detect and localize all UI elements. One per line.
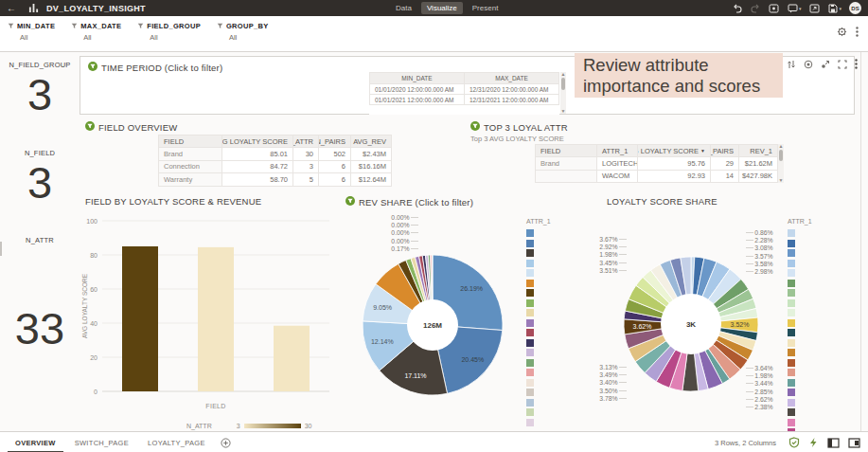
legend-swatch[interactable] [788,369,795,376]
column-header[interactable]: FIELD [536,145,597,157]
legend-swatch[interactable] [526,269,534,277]
quality-badge-icon[interactable] [788,437,800,448]
legend-swatch[interactable] [526,309,534,316]
legend-swatch[interactable] [788,329,795,336]
undo-icon[interactable] [733,4,742,13]
avatar[interactable]: DS [849,2,861,14]
legend-swatch[interactable] [526,299,534,307]
maximize-icon[interactable] [838,60,847,69]
legend-swatch[interactable] [526,339,534,347]
filter-settings-gear-icon[interactable] [837,24,847,41]
table-row[interactable]: WACOM92.9314$427.98K [536,171,778,184]
legend-swatch[interactable] [526,359,534,367]
column-header[interactable]: N_PAIRS [711,145,739,157]
legend-swatch[interactable] [788,249,795,257]
page-tab-overview[interactable]: OVERVIEW [6,432,65,452]
legend-swatch[interactable] [526,408,534,416]
column-header[interactable]: REV_1 [739,145,778,157]
legend-swatch[interactable] [526,260,534,267]
legend-swatch[interactable] [526,229,534,237]
add-page-icon[interactable] [221,438,231,448]
filter-group_by[interactable]: GROUP_BYAll [217,22,269,42]
mode-tab-visualize[interactable]: Visualize [421,2,463,14]
kpi-value-tile[interactable]: 3 [0,160,80,205]
table-row[interactable]: Brand85.0130502$2.43M [159,148,392,161]
filter-field_group[interactable]: FIELD_GROUPAll [137,22,201,42]
legend-swatch[interactable] [788,299,795,307]
legend-swatch[interactable] [788,269,795,277]
legend-swatch[interactable] [788,309,795,316]
scrollbar[interactable]: ▲ ▼ [560,72,566,114]
legend-swatch[interactable] [526,389,534,396]
scrollbar[interactable]: ▲ ▼ [778,144,784,183]
legend-swatch[interactable] [788,379,795,387]
legend-swatch[interactable] [788,428,795,431]
column-header[interactable]: AVG_REV [351,136,392,148]
table-row[interactable]: BrandLOGITECH95.7629$21.62M [536,157,778,171]
bar-warranty[interactable] [274,326,310,391]
legend-swatch[interactable] [526,289,534,297]
target-icon[interactable] [804,60,813,69]
page-tab-loyalty_page[interactable]: LOYALTY_PAGE [138,432,215,452]
legend-swatch[interactable] [788,359,795,367]
legend-swatch[interactable] [788,280,795,287]
legend-swatch[interactable] [788,319,795,327]
column-header[interactable]: FIELD [159,136,222,148]
mode-tab-data[interactable]: Data [390,2,417,14]
redo-icon[interactable] [751,4,760,13]
legend-swatch[interactable] [788,260,795,267]
column-header[interactable]: AVG LOYALTY SCORE [222,136,293,148]
legend-swatch[interactable] [526,280,534,287]
legend-swatch[interactable] [788,419,795,426]
legend-swatch[interactable] [788,240,795,247]
table-row[interactable]: 01/01/2021 12:00:00.000 AM12/31/2021 12:… [370,95,559,105]
drill-icon[interactable] [821,60,830,69]
legend-swatch[interactable] [526,419,534,426]
table-row[interactable]: 01/01/2020 12:00:00.000 AM12/31/2020 12:… [370,84,559,95]
legend-swatch[interactable] [788,289,795,297]
mode-tab-present[interactable]: Present [467,2,505,14]
legend-swatch[interactable] [788,339,795,347]
insights-spark-icon[interactable] [808,437,819,448]
legend-swatch[interactable] [526,329,534,336]
filter-min_date[interactable]: MIN_DATEAll [8,22,55,42]
column-header[interactable]: N_PAIRS [319,136,351,148]
kpi-value-tile[interactable]: 3 [0,72,80,117]
column-header[interactable]: ATTR_1 [597,145,638,157]
kpi-value-tile[interactable]: 33 [0,306,80,351]
layout-panel-right-icon[interactable] [848,438,860,448]
legend-swatch[interactable] [788,389,795,396]
filter-max_date[interactable]: MAX_DATEAll [71,22,121,42]
back-icon[interactable]: ← [7,4,16,13]
viz-menu-icon[interactable] [855,59,858,69]
legend-swatch[interactable] [526,249,534,257]
filter-bar-menu-icon[interactable] [856,24,859,41]
bar-brand[interactable] [122,246,158,391]
legend-swatch[interactable] [788,229,795,237]
column-header[interactable]: N_ATTR [293,136,319,148]
sort-icon[interactable] [787,60,796,69]
column-header[interactable]: MAX_DATE [465,73,559,84]
legend-swatch[interactable] [526,399,534,407]
table-row[interactable]: Warranty58.7056$12.64M [159,173,392,187]
legend-swatch[interactable] [788,399,795,407]
page-tab-switch_page[interactable]: SWITCH_PAGE [65,432,138,452]
column-header[interactable]: MIN_DATE [370,73,465,84]
export-icon[interactable] [809,4,820,13]
legend-swatch[interactable] [788,349,795,356]
annotation-note[interactable]: Review attribute importance and scores [575,53,783,98]
notes-icon[interactable]: ▾ [788,4,802,13]
table-row[interactable]: Connection84.7236$16.16M [159,161,392,174]
legend-swatch[interactable] [526,319,534,327]
legend-swatch[interactable] [526,349,534,356]
legend-swatch[interactable] [526,369,534,376]
legend-swatch[interactable] [788,408,795,416]
legend-swatch[interactable] [526,379,534,387]
preview-icon[interactable] [769,4,779,13]
legend-swatch[interactable] [526,240,534,247]
y-tick-label: 40 [90,320,97,327]
column-header[interactable]: AVG LOYALTY SCORE▼ [638,145,711,157]
bar-connection[interactable] [198,247,234,391]
layout-panel-left-icon[interactable] [827,438,840,448]
save-icon[interactable]: ▾ [828,4,841,13]
